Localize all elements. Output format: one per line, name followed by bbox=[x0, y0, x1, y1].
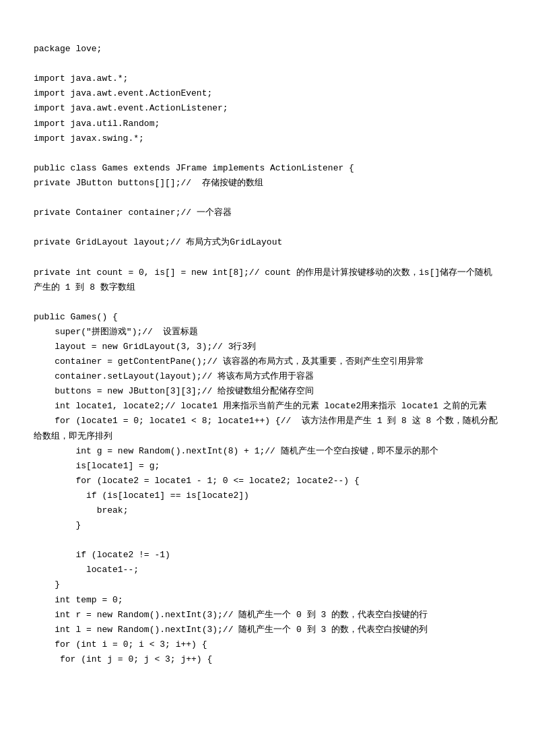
code-line-25: int g = new Random().nextInt(8) + 1;// 随… bbox=[34, 444, 500, 459]
code-line-21: container.setLayout(layout);// 将该布局方式作用于… bbox=[34, 369, 500, 384]
code-line-9: private JButton buttons[][];// 存储按键的数组 bbox=[34, 176, 500, 191]
code-line-11: private Container container;// 一个容器 bbox=[34, 206, 500, 220]
code-line-8: public class Games extends JFrame implem… bbox=[34, 161, 500, 176]
code-line-5: import java.util.Random; bbox=[34, 117, 500, 131]
code-line-2: import java.awt.*; bbox=[34, 71, 500, 86]
code-line-22: buttons = new JButton[3][3];// 给按键数组分配储存… bbox=[34, 384, 500, 399]
code-line-23: int locate1, locate2;// locate1 用来指示当前产生… bbox=[34, 399, 500, 414]
code-line-28: if (is[locate1] == is[locate2]) bbox=[34, 489, 500, 503]
code-line-35: int temp = 0; bbox=[34, 593, 500, 608]
code-line-14 bbox=[34, 250, 500, 265]
code-line-37: int l = new Random().nextInt(3);// 随机产生一… bbox=[34, 623, 500, 637]
code-line-31 bbox=[34, 533, 500, 548]
code-line-17: public Games() { bbox=[34, 310, 500, 325]
code-line-0: package love; bbox=[34, 42, 500, 57]
code-line-19: layout = new GridLayout(3, 3);// 3行3列 bbox=[34, 340, 500, 354]
code-line-13: private GridLayout layout;// 布局方式为GridLa… bbox=[34, 235, 500, 250]
code-line-10 bbox=[34, 191, 500, 206]
code-line-18: super("拼图游戏");// 设置标题 bbox=[34, 325, 500, 340]
code-line-38: for (int i = 0; i < 3; i++) { bbox=[34, 637, 500, 652]
code-line-16 bbox=[34, 295, 500, 310]
code-container: package love; import java.awt.*;import j… bbox=[34, 27, 500, 667]
code-line-27: for (locate2 = locate1 - 1; 0 <= locate2… bbox=[34, 474, 500, 489]
code-line-3: import java.awt.event.ActionEvent; bbox=[34, 86, 500, 101]
code-line-33: locate1--; bbox=[34, 563, 500, 577]
code-line-4: import java.awt.event.ActionListener; bbox=[34, 101, 500, 116]
code-line-36: int r = new Random().nextInt(3);// 随机产生一… bbox=[34, 608, 500, 623]
code-line-39: for (int j = 0; j < 3; j++) { bbox=[34, 652, 500, 667]
code-line-30: } bbox=[34, 518, 500, 533]
code-line-6: import javax.swing.*; bbox=[34, 131, 500, 146]
code-line-24: for (locate1 = 0; locate1 < 8; locate1++… bbox=[34, 414, 500, 443]
code-line-34: } bbox=[34, 577, 500, 592]
code-line-12 bbox=[34, 220, 500, 235]
code-line-29: break; bbox=[34, 503, 500, 518]
code-line-32: if (locate2 != -1) bbox=[34, 548, 500, 563]
code-line-7 bbox=[34, 146, 500, 161]
code-line-1 bbox=[34, 57, 500, 71]
code-line-20: container = getContentPane();// 该容器的布局方式… bbox=[34, 354, 500, 369]
code-line-26: is[locate1] = g; bbox=[34, 459, 500, 474]
code-line-15: private int count = 0, is[] = new int[8]… bbox=[34, 265, 500, 295]
